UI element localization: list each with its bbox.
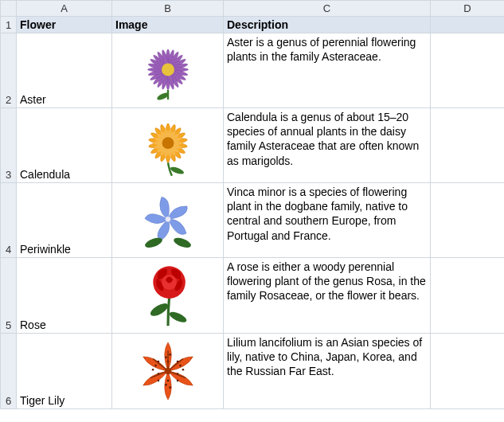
svg-point-47 xyxy=(154,365,157,367)
cell-D6[interactable] xyxy=(431,334,505,409)
svg-point-56 xyxy=(157,380,159,382)
svg-point-62 xyxy=(164,368,171,375)
cell-A5[interactable]: Rose xyxy=(17,258,112,334)
svg-point-32 xyxy=(162,137,174,149)
cell-D1[interactable] xyxy=(431,17,505,33)
calendula-icon xyxy=(135,113,201,178)
cell-D3[interactable] xyxy=(431,108,505,183)
cell-C1[interactable]: Description xyxy=(224,17,431,33)
cell-B3[interactable] xyxy=(112,108,224,183)
tigerlily-icon xyxy=(134,337,202,405)
row-header-1[interactable]: 1 xyxy=(1,17,17,33)
cell-D2[interactable] xyxy=(431,33,505,108)
cell-A3[interactable]: Calendula xyxy=(17,108,112,183)
row-3: 3 Calendula xyxy=(1,108,505,183)
col-header-A[interactable]: A xyxy=(17,1,112,17)
cell-B5[interactable] xyxy=(112,258,224,334)
cell-D4[interactable] xyxy=(431,183,505,258)
svg-point-52 xyxy=(166,380,169,382)
select-all-corner[interactable] xyxy=(1,1,17,17)
col-header-D[interactable]: D xyxy=(431,1,505,17)
row-header-4[interactable]: 4 xyxy=(1,183,17,258)
row-header-2[interactable]: 2 xyxy=(1,33,17,108)
periwinkle-icon xyxy=(135,188,201,253)
cell-A2[interactable]: Aster xyxy=(17,33,112,108)
col-header-C[interactable]: C xyxy=(224,1,431,17)
rose-icon xyxy=(137,261,199,330)
cell-B2[interactable] xyxy=(112,33,224,108)
aster-icon xyxy=(136,39,200,103)
row-6: 6 Tiger Lily xyxy=(1,334,505,409)
svg-point-41 xyxy=(165,357,167,359)
svg-point-38 xyxy=(167,310,187,324)
row-header-5[interactable]: 5 xyxy=(1,258,17,334)
col-header-B[interactable]: B xyxy=(112,1,224,17)
svg-point-36 xyxy=(172,236,192,249)
cell-C2[interactable]: Aster is a genus of perennial flowering … xyxy=(224,33,431,108)
cell-A4[interactable]: Periwinkle xyxy=(17,183,112,258)
cell-A1[interactable]: Flower xyxy=(17,17,112,33)
svg-point-51 xyxy=(169,386,171,389)
cell-D5[interactable] xyxy=(431,258,505,334)
cell-C5[interactable]: A rose is either a woody perennial flowe… xyxy=(224,258,431,334)
row-header-3[interactable]: 3 xyxy=(1,108,17,183)
svg-point-55 xyxy=(176,380,178,382)
row-4: 4 Periwinkle Vinca minor is a spec xyxy=(1,183,505,258)
row-5: 5 Rose A rose is either a woody perennia… xyxy=(1,258,505,334)
svg-point-34 xyxy=(165,217,170,222)
cell-C3[interactable]: Calendula is a genus of about 15–20 spec… xyxy=(224,108,431,183)
svg-point-12 xyxy=(162,63,174,76)
row-2: 2 Aster Aster is a ge xyxy=(1,33,505,108)
svg-point-45 xyxy=(182,369,184,371)
svg-point-44 xyxy=(179,365,182,367)
svg-point-50 xyxy=(165,384,167,386)
row-header-6[interactable]: 6 xyxy=(1,334,17,409)
cell-C4[interactable]: Vinca minor is a species of flowering pl… xyxy=(224,183,431,258)
cell-B6[interactable] xyxy=(112,334,224,409)
cell-C6[interactable]: Lilium lancifolium is an Asian species o… xyxy=(224,334,431,409)
svg-point-48 xyxy=(151,369,154,371)
cell-B4[interactable] xyxy=(112,183,224,258)
spreadsheet-grid[interactable]: A B C D 1 Flower Image Description 2 Ast… xyxy=(0,0,504,409)
svg-point-37 xyxy=(148,301,170,318)
svg-point-42 xyxy=(169,354,171,356)
row-1: 1 Flower Image Description xyxy=(1,17,505,33)
cell-A6[interactable]: Tiger Lily xyxy=(17,334,112,409)
cell-B1[interactable]: Image xyxy=(112,17,224,33)
column-header-row: A B C D xyxy=(1,1,505,17)
